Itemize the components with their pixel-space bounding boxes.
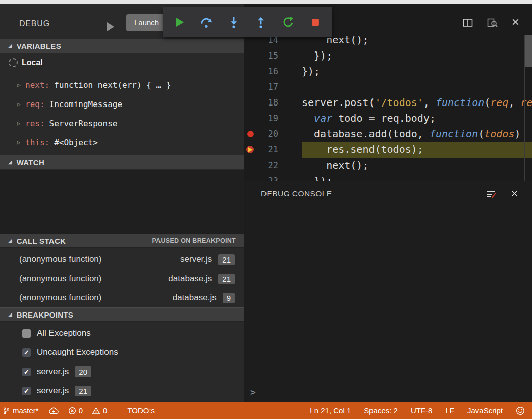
scrollbar-thumb[interactable] — [525, 35, 532, 67]
variable-row[interactable]: next:function next(err) { … } — [0, 75, 244, 94]
code-text: }); — [302, 64, 532, 79]
todo-item[interactable]: TODO:s — [127, 406, 155, 415]
variable-value: ServerResponse — [49, 119, 118, 128]
stop-button[interactable] — [305, 12, 326, 32]
current-line-icon[interactable] — [246, 146, 254, 153]
variables-section-header[interactable]: VARIABLES — [0, 39, 244, 53]
paused-status-badge: PAUSED ON BREAKPOINT — [152, 237, 244, 244]
breakpoints-section-header[interactable]: BREAKPOINTS — [0, 307, 244, 322]
split-editor-button[interactable] — [462, 17, 474, 29]
code-line[interactable]: 16}); — [244, 64, 532, 79]
gutter[interactable] — [244, 64, 261, 79]
indentation[interactable]: Spaces: 2 — [364, 406, 398, 415]
breakpoint-checkbox[interactable] — [22, 348, 31, 357]
continue-button[interactable] — [169, 12, 189, 32]
code-token: todos — [484, 128, 514, 140]
code-line[interactable]: 21 res.send(todos); — [244, 142, 532, 158]
variable-name: req: — [25, 99, 45, 109]
code-line[interactable]: 17 — [244, 79, 532, 95]
variable-row[interactable]: this:#<Object> — [0, 133, 244, 152]
frame-file: database.js — [168, 274, 212, 284]
warning-count-item[interactable]: 0 — [92, 406, 107, 415]
breakpoint-checkbox[interactable] — [22, 329, 31, 338]
gutter[interactable] — [244, 79, 261, 95]
code-token: function — [436, 96, 484, 109]
breakpoint-checkbox[interactable] — [22, 368, 31, 376]
chevron-right-icon[interactable] — [17, 82, 25, 88]
language-mode[interactable]: JavaScript — [467, 406, 503, 415]
watch-section-header[interactable]: WATCH — [0, 155, 244, 169]
editor-actions — [462, 17, 521, 29]
gutter[interactable] — [244, 142, 261, 158]
code-line[interactable]: 23 }); — [244, 173, 532, 181]
breakpoint-row[interactable]: All Exceptions — [0, 324, 244, 343]
code-text: var todo = req.body; — [302, 111, 532, 126]
code-line[interactable]: 22 next(); — [244, 158, 532, 173]
gutter[interactable] — [244, 48, 261, 64]
breakpoint-row[interactable]: server.js20 — [0, 362, 244, 381]
stack-frame-row[interactable]: (anonymous function)database.js21 — [0, 269, 244, 288]
restart-icon — [282, 16, 295, 29]
code-line[interactable]: 19 var todo = req.body; — [244, 111, 532, 126]
sync-item[interactable] — [48, 407, 59, 415]
console-prompt[interactable]: > — [250, 387, 256, 397]
frame-line-badge: 21 — [218, 254, 235, 265]
chevron-right-icon[interactable] — [17, 139, 25, 146]
step-over-button[interactable] — [196, 12, 217, 32]
git-branch-item[interactable]: master* — [3, 406, 39, 415]
feedback-item[interactable] — [516, 406, 525, 415]
eol-sequence[interactable]: LF — [445, 406, 454, 415]
breakpoints-list: All ExceptionsUncaught Exceptionsserver.… — [0, 324, 244, 400]
line-number: 19 — [261, 111, 278, 126]
open-preview-button[interactable] — [486, 17, 498, 29]
breakpoint-label: Uncaught Exceptions — [37, 347, 118, 357]
step-into-icon — [227, 16, 240, 29]
line-number: 22 — [261, 158, 278, 173]
breakpoints-title: BREAKPOINTS — [17, 310, 73, 319]
cloud-upload-icon — [48, 407, 59, 415]
stack-frame-row[interactable]: (anonymous function)server.js21 — [0, 250, 244, 269]
editor-scrollbar[interactable] — [524, 35, 532, 181]
status-bar: master* 0 0 TODO:s Ln 21, Col 1 Spaces: … — [0, 402, 532, 419]
gutter[interactable] — [244, 126, 261, 142]
breakpoint-label: server.js — [37, 386, 69, 396]
code-line[interactable]: 15 }); — [244, 48, 532, 64]
cursor-position[interactable]: Ln 21, Col 1 — [310, 406, 351, 415]
error-count-item[interactable]: 0 — [68, 406, 83, 415]
code-line[interactable]: 20 database.add(todo, function(todos) — [244, 126, 532, 142]
stack-frame-row[interactable]: (anonymous function)database.js9 — [0, 288, 244, 307]
line-number: 18 — [261, 95, 278, 111]
scope-row-local[interactable]: Local — [0, 54, 244, 71]
chevron-right-icon[interactable] — [17, 101, 25, 108]
encoding[interactable]: UTF-8 — [411, 406, 433, 415]
breakpoint-icon[interactable] — [247, 131, 254, 137]
code-token: function — [430, 128, 478, 140]
line-number: 16 — [261, 64, 278, 79]
start-debug-icon[interactable] — [107, 22, 114, 31]
step-out-button[interactable] — [251, 12, 271, 32]
close-button[interactable] — [510, 17, 521, 29]
close-button[interactable] — [509, 188, 520, 200]
gutter[interactable] — [244, 173, 261, 181]
gutter[interactable] — [244, 95, 261, 111]
watch-title: WATCH — [17, 158, 44, 167]
chevron-right-icon[interactable] — [17, 120, 25, 127]
clear-console-button[interactable] — [485, 188, 497, 200]
open-preview-icon — [486, 17, 498, 29]
restart-button[interactable] — [278, 12, 298, 32]
call-stack-section-header[interactable]: CALL STACK PAUSED ON BREAKPOINT — [0, 234, 244, 248]
code-token: res.send(todos); — [302, 143, 423, 155]
breakpoint-row[interactable]: server.js21 — [0, 381, 244, 400]
gutter[interactable] — [244, 158, 261, 173]
variable-row[interactable]: req:IncomingMessage — [0, 94, 244, 114]
breakpoint-checkbox[interactable] — [22, 387, 31, 395]
debug-console-panel[interactable]: DEBUG CONSOLE > — [244, 181, 532, 402]
call-stack-list: (anonymous function)server.js21(anonymou… — [0, 250, 244, 307]
code-line[interactable]: 18server.post('/todos', function(req, re… — [244, 95, 532, 111]
variable-row[interactable]: res:ServerResponse — [0, 114, 244, 133]
launch-config-dropdown[interactable]: Launch — [126, 14, 167, 31]
git-branch-icon — [3, 407, 10, 415]
gutter[interactable] — [244, 111, 261, 126]
step-into-button[interactable] — [224, 12, 244, 32]
breakpoint-row[interactable]: Uncaught Exceptions — [0, 343, 244, 362]
